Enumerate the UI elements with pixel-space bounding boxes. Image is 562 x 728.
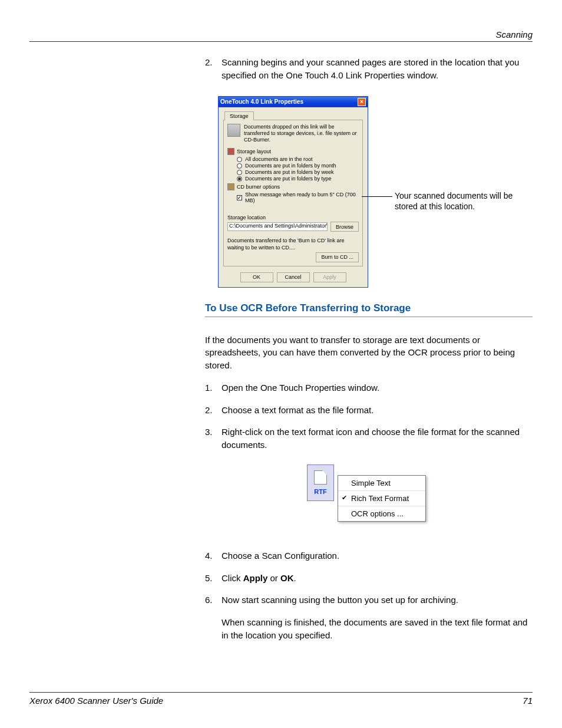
dialog-titlebar: OneTouch 4.0 Link Properties × <box>219 97 368 107</box>
radio-by-month[interactable]: Documents are put in folders by month <box>237 163 359 169</box>
radio-label: Documents are put in folders by month <box>245 163 336 169</box>
tab-storage[interactable]: Storage <box>224 111 254 120</box>
step-number: 2. <box>205 404 222 417</box>
onetouch-link-properties-dialog: OneTouch 4.0 Link Properties × Storage D… <box>218 96 368 288</box>
format-context-menu: Simple Text Rich Text Format OCR options… <box>338 475 426 522</box>
step-number: 1. <box>205 381 222 394</box>
step-text: Scanning begins and your scanned pages a… <box>222 56 533 82</box>
step-number: 4. <box>205 549 222 562</box>
properties-dialog-figure: OneTouch 4.0 Link Properties × Storage D… <box>218 96 533 285</box>
ocr-intro-paragraph: If the documents you want to transfer to… <box>205 334 533 372</box>
browse-button[interactable]: Browse <box>330 222 359 232</box>
ocr-step-2: 2. Choose a text format as the file form… <box>205 404 533 417</box>
checkbox-label: Show message when ready to burn 5" CD (7… <box>245 192 359 203</box>
intro-step-2: 2. Scanning begins and your scanned page… <box>205 56 533 82</box>
ocr-step-6: 6. Now start scanning using the button y… <box>205 594 533 607</box>
cd-burner-icon <box>227 183 234 190</box>
step-text: Click Apply or OK. <box>222 572 296 585</box>
step-text: Choose a text format as the file format. <box>222 404 373 417</box>
footer-guide-title: Xerox 6400 Scanner User's Guide <box>29 696 163 706</box>
cancel-button[interactable]: Cancel <box>277 272 310 282</box>
step-number: 2. <box>205 56 222 82</box>
storage-layout-icon <box>227 148 234 155</box>
header-rule <box>29 41 533 42</box>
menu-item-ocr-options[interactable]: OCR options ... <box>338 506 425 521</box>
step-text: Choose a Scan Configuration. <box>222 549 339 562</box>
rtf-label: RTF <box>314 488 326 495</box>
step-text: Right-click on the text format icon and … <box>222 426 533 452</box>
menu-item-simple-text[interactable]: Simple Text <box>338 476 425 491</box>
checkbox-icon: ✓ <box>237 195 242 200</box>
callout-leader-line <box>362 196 392 197</box>
radio-all-root[interactable]: All documents are in the root <box>237 156 359 162</box>
step-text: Now start scanning using the button you … <box>222 594 458 607</box>
apply-button[interactable]: Apply <box>313 272 346 282</box>
step-number: 6. <box>205 594 222 607</box>
ocr-step-5: 5. Click Apply or OK. <box>205 572 533 585</box>
callout-text: Your scanned documents will be stored at… <box>395 190 536 213</box>
step-number: 3. <box>205 426 222 452</box>
radio-icon <box>237 170 242 175</box>
burn-note: Documents transferred to the 'Burn to CD… <box>227 238 359 251</box>
ocr-result-paragraph: When scanning is finished, the documents… <box>222 616 533 642</box>
radio-by-week[interactable]: Documents are put in folders by week <box>237 169 359 175</box>
step-number: 5. <box>205 572 222 585</box>
radio-label: Documents are put in folders by type <box>245 176 332 182</box>
content-column: 2. Scanning begins and your scanned page… <box>205 56 533 651</box>
radio-icon <box>237 176 242 182</box>
radio-by-type[interactable]: Documents are put in folders by type <box>237 176 359 182</box>
ok-button[interactable]: OK <box>240 272 273 282</box>
storage-layout-label: Storage layout <box>237 149 271 154</box>
dialog-title: OneTouch 4.0 Link Properties <box>220 98 303 105</box>
rtf-format-icon[interactable]: RTF <box>307 465 334 501</box>
footer-page-number: 71 <box>523 696 533 706</box>
header-section: Scanning <box>495 29 533 39</box>
storage-location-input[interactable]: C:\Documents and Settings\Administrator\… <box>227 222 328 231</box>
cd-burner-label: CD burner options <box>237 184 280 190</box>
panel-description: Documents dropped on this link will be t… <box>244 124 359 144</box>
close-icon[interactable]: × <box>358 98 366 106</box>
document-icon <box>314 470 327 485</box>
ocr-step-1: 1. Open the One Touch Properties window. <box>205 381 533 394</box>
radio-label: Documents are put in folders by week <box>245 169 334 175</box>
ocr-step-3: 3. Right-click on the text format icon a… <box>205 426 533 452</box>
text-format-context-menu-figure: RTF Simple Text Rich Text Format OCR opt… <box>205 465 533 535</box>
storage-device-icon <box>227 124 240 137</box>
footer-rule <box>29 692 533 693</box>
radio-icon <box>237 163 242 169</box>
checkbox-burn-message[interactable]: ✓ Show message when ready to burn 5" CD … <box>237 192 359 203</box>
storage-location-label: Storage location <box>227 215 359 220</box>
radio-label: All documents are in the root <box>245 156 313 162</box>
ocr-step-4: 4. Choose a Scan Configuration. <box>205 549 533 562</box>
burn-to-cd-button[interactable]: Burn to CD ... <box>316 252 359 262</box>
menu-item-rich-text-format[interactable]: Rich Text Format <box>338 491 425 506</box>
storage-panel: Documents dropped on this link will be t… <box>223 120 363 266</box>
section-heading-ocr: To Use OCR Before Transferring to Storag… <box>205 302 533 317</box>
radio-icon <box>237 157 242 162</box>
step-text: Open the One Touch Properties window. <box>222 381 379 394</box>
